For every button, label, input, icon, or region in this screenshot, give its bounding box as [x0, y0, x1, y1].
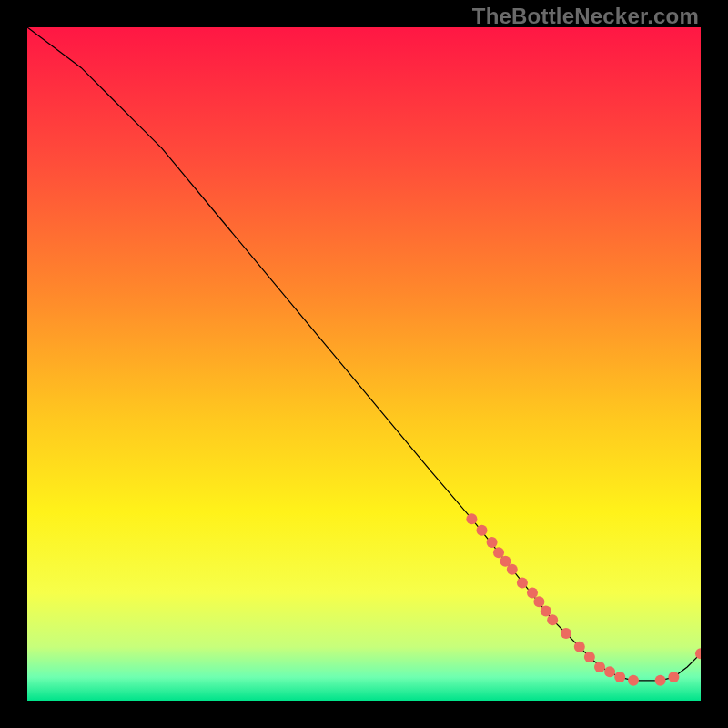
scatter-point — [561, 628, 571, 639]
scatter-point — [614, 672, 625, 682]
chart-svg — [27, 27, 701, 701]
scatter-point — [574, 642, 585, 652]
scatter-point — [466, 513, 477, 524]
scatter-point — [695, 648, 701, 659]
scatter-point — [493, 547, 504, 558]
scatter-point — [533, 596, 544, 607]
scatter-point — [541, 606, 551, 617]
scatter-point — [527, 588, 538, 599]
watermark-text: TheBottleNecker.com — [472, 4, 699, 29]
scatter-point — [628, 675, 639, 686]
scatter-point — [507, 564, 518, 575]
scatter-point — [655, 675, 666, 686]
chart-stage: TheBottleNecker.com — [0, 0, 728, 728]
scatter-point — [668, 672, 679, 682]
scatter-point — [594, 662, 605, 672]
scatter-point — [476, 525, 487, 536]
scatter-point — [584, 652, 595, 662]
bottleneck-curve — [27, 27, 701, 681]
plot-area — [27, 27, 701, 701]
scatter-point — [487, 537, 498, 548]
scatter-point — [604, 666, 615, 677]
scatter-point — [547, 614, 558, 625]
scatter-markers — [466, 513, 701, 686]
scatter-point — [517, 577, 528, 588]
